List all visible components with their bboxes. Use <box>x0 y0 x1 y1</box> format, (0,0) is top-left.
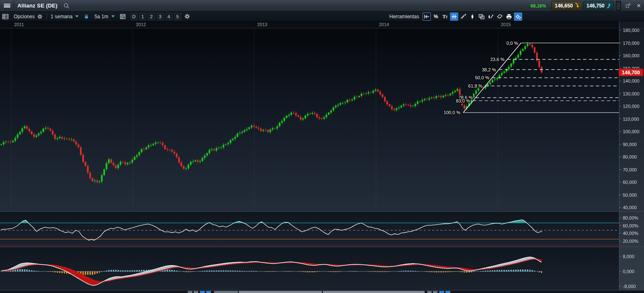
gear-icon <box>37 14 43 20</box>
strip-tab-active[interactable] <box>200 291 205 293</box>
strip-tab-active[interactable] <box>445 291 450 293</box>
printer-icon <box>506 13 512 20</box>
strip-tab-active[interactable] <box>439 291 444 293</box>
macd-axis-label: 8,000 <box>623 254 634 259</box>
range-value: 5a 1m <box>94 14 108 20</box>
macd-axis-label: 0,000 <box>623 269 634 274</box>
period-dropdown[interactable]: 1 semana <box>48 12 82 21</box>
options-label: Opciones <box>14 14 35 20</box>
strip-tab[interactable] <box>188 291 192 293</box>
sell-price: 146,650 <box>555 3 573 9</box>
price-axis-label: 50,000 <box>623 193 637 198</box>
chart-canvas[interactable]: 201120122013201420150,0 %23,6 %38,2 %50,… <box>0 22 644 291</box>
last-price-badge: 146,700 <box>619 69 643 76</box>
tools-section: Herramientas %TT <box>389 12 522 21</box>
oscillator-axis-label: 80,00% <box>623 215 639 220</box>
trendline-draw-tool-button[interactable] <box>459 12 467 21</box>
buy-price: 146,750 <box>587 3 605 9</box>
price-axis-label: 100,000 <box>623 129 639 134</box>
eraser-icon <box>497 13 503 20</box>
bottom-strip[interactable] <box>0 291 644 293</box>
fib-level-label: 83,0 % <box>456 98 470 103</box>
year-label: 2015 <box>501 22 511 27</box>
oscillator-axis-label: 40,00% <box>623 231 639 236</box>
interval-button-D[interactable]: D <box>130 13 138 20</box>
fib-retracement-tool-button[interactable] <box>450 12 458 21</box>
candlestick-icon <box>469 13 476 20</box>
lock-button[interactable] <box>82 12 91 21</box>
page-title: Allianz SE (DE) <box>17 2 57 9</box>
strip-tab[interactable] <box>194 291 198 293</box>
price-axis-label: 40,000 <box>623 205 637 210</box>
interval-button-3[interactable]: 3 <box>157 13 164 20</box>
strip-tab[interactable] <box>427 291 432 293</box>
drawing-settings-tool-button[interactable] <box>514 12 522 21</box>
eraser-tool-button[interactable] <box>496 12 504 21</box>
candlestick-tool-button[interactable] <box>468 12 477 21</box>
fib-level-label: 23,6 % <box>490 57 504 62</box>
drawing-settings-icon <box>515 13 521 20</box>
layout-windows-tool-button[interactable] <box>477 12 486 21</box>
strip-tab[interactable] <box>433 291 438 293</box>
year-label: 2014 <box>379 22 389 27</box>
fib-level-label: 0,0 % <box>506 41 518 46</box>
trendline-draw-icon <box>460 13 467 20</box>
price-axis-label: 80,000 <box>623 154 637 159</box>
interval-button-5[interactable]: 5 <box>174 13 181 20</box>
fib-level-label: 61,8 % <box>468 83 482 88</box>
range-dropdown[interactable]: 5a 1m <box>91 12 117 21</box>
indicator-tool-button[interactable] <box>487 12 495 21</box>
chart-list-button[interactable] <box>0 12 10 21</box>
strip-tab[interactable] <box>323 291 425 293</box>
svg-text:146,700: 146,700 <box>622 70 640 76</box>
options-menu[interactable]: Opciones <box>11 12 46 21</box>
menu-button[interactable] <box>0 0 14 12</box>
strip-tab-active[interactable] <box>206 291 211 293</box>
top-bar: Allianz SE (DE) 68,16% 146,650 146,750 <box>0 0 644 12</box>
percent-icon: % <box>433 13 439 20</box>
chart-toolbar: Opciones 1 semana 5a 1m D12345 Herramien… <box>0 12 644 22</box>
macd-axis-label: -8,000 <box>623 284 636 289</box>
interval-button-4[interactable]: 4 <box>165 13 172 20</box>
undo-icon <box>423 13 430 20</box>
text-tool-icon: TT <box>442 13 448 20</box>
printer-tool-button[interactable] <box>505 12 513 21</box>
interval-settings-button[interactable] <box>182 12 192 21</box>
strip-tab[interactable] <box>239 291 322 293</box>
calendar-icon <box>120 13 126 20</box>
price-axis-label: 110,000 <box>623 117 639 122</box>
fib-retracement-icon <box>451 13 457 20</box>
price-axis-label: 120,000 <box>623 104 639 109</box>
oscillator-axis-label: 60,00% <box>623 223 639 228</box>
calendar-button[interactable] <box>118 12 128 21</box>
grip-handle[interactable] <box>616 1 621 11</box>
interval-button-1[interactable]: 1 <box>139 13 146 20</box>
svg-text:T: T <box>445 15 448 19</box>
fib-level-label: 100,0 % <box>444 110 461 115</box>
price-axis-label: 180,000 <box>623 28 639 33</box>
year-label: 2013 <box>257 22 267 27</box>
layout-windows-icon <box>478 13 485 20</box>
percent-tool-button[interactable]: % <box>432 12 440 21</box>
buy-button[interactable]: 146,750 <box>583 1 614 11</box>
popout-button[interactable] <box>622 1 633 11</box>
arrow-down-icon <box>575 3 579 8</box>
year-label: 2011 <box>14 22 24 27</box>
text-tool-tool-button[interactable]: TT <box>441 12 449 21</box>
price-axis-label: 130,000 <box>623 91 639 96</box>
arrow-up-icon <box>606 3 611 8</box>
interval-button-2[interactable]: 2 <box>148 13 155 20</box>
hamburger-icon <box>4 3 10 8</box>
chevron-down-icon <box>111 15 115 17</box>
search-icon[interactable] <box>63 2 70 9</box>
year-label: 2012 <box>136 22 146 27</box>
close-button[interactable] <box>633 1 644 11</box>
undo-tool-button[interactable] <box>423 12 431 21</box>
period-value: 1 semana <box>51 14 73 20</box>
price-axis-label: 70,000 <box>623 167 637 172</box>
fib-level-label: 38,2 % <box>482 67 496 72</box>
chevron-down-icon <box>75 15 79 17</box>
strip-tab[interactable] <box>214 291 238 293</box>
lock-icon <box>84 14 89 20</box>
sell-button[interactable]: 146,650 <box>551 1 582 11</box>
